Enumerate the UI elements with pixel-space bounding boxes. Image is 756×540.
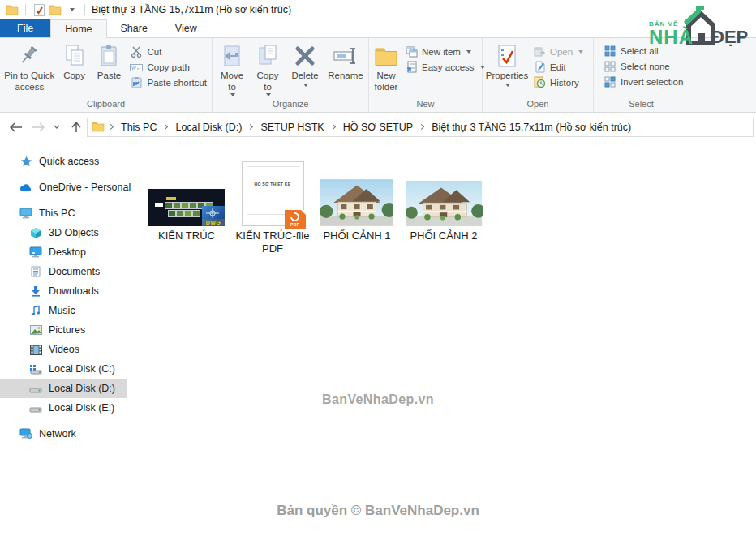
sidebar-item-music[interactable]: Music [0,301,127,320]
tab-file[interactable]: File [0,19,50,37]
button-label: Pin to Quick access [4,71,55,93]
sidebar-item-downloads[interactable]: Downloads [0,281,127,301]
button-label: Edit [550,62,566,72]
breadcrumb-chevron-icon [419,124,424,130]
breadcrumb-segment[interactable]: HỒ SƠ SETUP [341,122,415,133]
edit-icon [533,61,546,74]
properties-button[interactable]: Properties [484,41,530,88]
file-label: KIẾN TRÚC [158,229,215,242]
back-icon[interactable] [5,118,27,137]
sidebar-item-quick-access[interactable]: Quick access [0,152,127,171]
invert-selection-button[interactable]: Invert selection [600,74,686,89]
pushpin-icon [16,43,42,69]
documents-icon [29,265,42,278]
sidebar-item-videos[interactable]: Videos [0,340,127,359]
dropdown-caret-icon [505,84,510,87]
sidebar-item-label: Local Disk (C:) [49,363,115,375]
explorer-folder-icon [4,2,20,18]
new-item-button[interactable]: New item [402,44,488,59]
ribbon: Pin to Quick access Copy Paste [0,38,756,113]
move-to-button[interactable]: Move to [214,41,250,98]
forward-icon[interactable] [27,118,49,137]
quick-new-folder-icon[interactable] [47,2,63,18]
breadcrumb-segment[interactable]: Biệt thự 3 TẦNG 15,7x11m (Hồ sơ kiến trú… [429,122,634,133]
quick-access-star-icon [19,155,32,168]
paste-button[interactable]: Paste [92,41,127,84]
folder-icon [92,122,105,132]
customize-qat-chevron-icon[interactable] [63,2,79,18]
new-folder-icon [373,43,399,69]
sidebar-item-label: Desktop [49,246,86,258]
edit-button[interactable]: Edit [530,59,586,75]
open-button[interactable]: Open [530,44,586,59]
breadcrumb-segment[interactable]: This PC [118,122,159,133]
breadcrumb-segment[interactable]: SETUP HSTK [258,122,326,133]
file-item-kien-truc-dwg[interactable]: DWG KIẾN TRÚC [144,158,230,242]
copy-to-button[interactable]: Copy to [250,41,286,98]
easy-access-button[interactable]: Easy access [402,59,488,75]
sidebar-item-documents[interactable]: Documents [0,262,127,281]
sidebar-item-network[interactable]: Network [0,424,127,444]
breadcrumb-segment[interactable]: Local Disk (D:) [173,122,244,133]
sidebar-item-desktop[interactable]: Desktop [0,242,127,262]
3d-objects-icon [29,226,42,239]
quick-properties-icon[interactable] [31,2,47,18]
sidebar-item-pictures[interactable]: Pictures [0,320,127,340]
file-item-phoi-canh-2[interactable]: PHỐI CẢNH 2 [398,158,489,242]
select-none-button[interactable]: Select none [600,58,673,74]
downloads-icon [29,285,42,298]
group-label-new: New [369,98,482,112]
group-label-organize: Organize [213,98,368,112]
tab-home[interactable]: Home [50,19,106,38]
button-label: Paste [97,71,121,82]
paste-icon [97,43,122,69]
svg-text:W: W [131,66,136,71]
window-title: Biệt thự 3 TẦNG 15,7x11m (Hồ sơ kiến trú… [92,4,291,15]
delete-button[interactable]: Delete [286,41,324,88]
tab-share[interactable]: Share [107,19,161,37]
file-item-kien-truc-pdf[interactable]: HỒ SƠ THIẾT KẾ PDF KIẾN TRÚC-flle PDF [230,158,316,256]
scissors-icon [130,45,143,58]
history-button[interactable]: History [530,75,586,90]
address-box[interactable]: This PC Local Disk (D:) SETUP HSTK HỒ SƠ… [87,118,754,137]
breadcrumb-chevron-icon [108,124,114,130]
copy-path-icon: W [130,61,143,74]
invert-selection-icon [604,75,616,88]
group-label-open: Open [483,98,593,112]
breadcrumb-chevron-icon [162,124,168,130]
copy-button[interactable]: Copy [58,41,92,84]
pin-to-quick-access-button[interactable]: Pin to Quick access [2,41,58,95]
dropdown-caret-icon [578,50,583,54]
new-item-icon [405,45,418,58]
button-label: Move to [217,71,247,93]
up-icon[interactable] [65,118,87,137]
sidebar-item-label: Videos [49,344,79,355]
group-label-clipboard: Clipboard [0,98,212,112]
file-label: PHỐI CẢNH 2 [410,229,477,242]
ribbon-group-clipboard: Pin to Quick access Copy Paste [0,38,213,112]
recent-locations-chevron-icon[interactable] [49,118,65,137]
rename-icon [333,43,359,69]
content-area: Quick access OneDrive - Personal This PC… [0,140,756,540]
paste-shortcut-button[interactable]: Paste shortcut [127,75,210,90]
open-icon [533,45,546,58]
rename-button[interactable]: Rename [324,41,367,84]
new-folder-button[interactable]: New folder [371,41,402,95]
select-all-icon [604,45,616,58]
tab-view[interactable]: View [161,19,211,37]
pdf-badge-label: PDF [290,222,299,227]
sidebar-item-this-pc[interactable]: This PC [0,204,127,223]
pdf-thumbnail-title: HỒ SƠ THIẾT KẾ [243,182,303,186]
file-item-phoi-canh-1[interactable]: PHỐI CẢNH 1 [316,158,398,242]
button-label: Copy [63,71,85,82]
cut-button[interactable]: Cut [127,44,210,59]
title-bar: Biệt thự 3 TẦNG 15,7x11m (Hồ sơ kiến trú… [0,0,756,19]
ribbon-tab-row: File Home Share View [0,19,756,38]
copy-path-button[interactable]: W Copy path [127,59,210,75]
sidebar-item-onedrive[interactable]: OneDrive - Personal [0,178,127,197]
sidebar-item-local-disk-c[interactable]: Local Disk (C:) [0,359,127,379]
sidebar-item-3d-objects[interactable]: 3D Objects [0,223,127,242]
dropdown-caret-icon [266,93,271,96]
breadcrumb-chevron-icon [247,124,253,130]
button-label: Delete [291,71,318,82]
